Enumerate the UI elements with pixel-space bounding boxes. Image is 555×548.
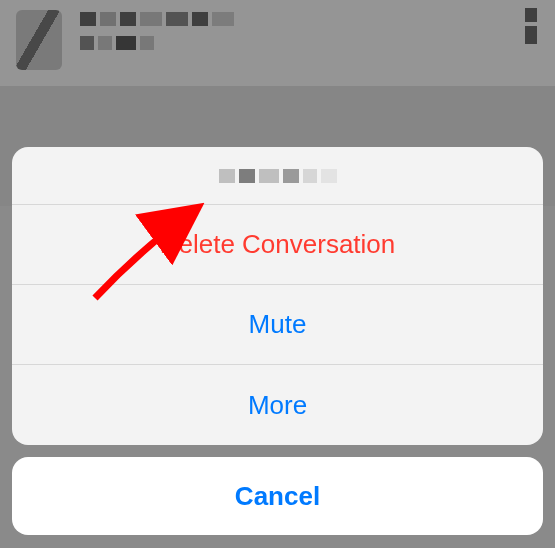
delete-conversation-button[interactable]: Delete Conversation (12, 205, 543, 285)
action-sheet-cancel-group: Cancel (12, 457, 543, 535)
more-label: More (248, 390, 307, 421)
action-sheet-title (12, 147, 543, 205)
cancel-button[interactable]: Cancel (12, 457, 543, 535)
cancel-label: Cancel (235, 481, 320, 512)
action-sheet: Delete Conversation Mute More Cancel (12, 147, 543, 535)
delete-conversation-label: Delete Conversation (160, 229, 396, 260)
mute-label: Mute (249, 309, 307, 340)
action-sheet-options: Delete Conversation Mute More (12, 147, 543, 445)
mute-button[interactable]: Mute (12, 285, 543, 365)
more-button[interactable]: More (12, 365, 543, 445)
redacted-title (219, 169, 337, 183)
